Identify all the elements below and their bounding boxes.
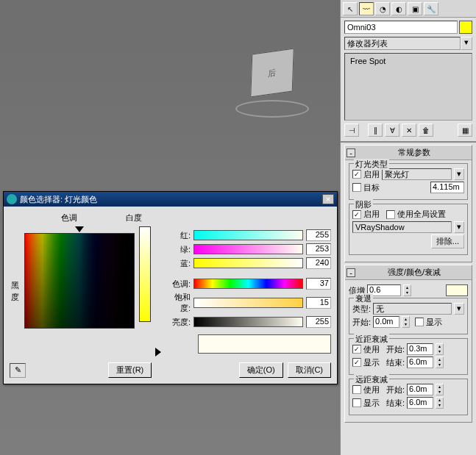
general-params-rollup: -常规参数 灯光类型 ✓启用 聚光灯▾ 目标4.115m 阴影 ✓启用使用全局设… [344, 145, 472, 262]
val-slider[interactable] [193, 317, 303, 327]
near-start-input[interactable]: 0.3m [407, 343, 433, 355]
enable-checkbox[interactable]: ✓ [352, 170, 361, 179]
hue-value[interactable]: 37 [306, 278, 331, 290]
command-panel: ↖ 〰 ◔ ◐ ▣ 🔧 修改器列表 ▾ Free Spot ⊣ ‖ ∀ ✕ 🗑 … [340, 0, 476, 455]
blue-label: 蓝: [166, 258, 191, 269]
decay-type-dropdown[interactable]: 无 [373, 303, 452, 315]
blue-value[interactable]: 240 [306, 257, 331, 269]
modifier-stack[interactable]: Free Spot [344, 53, 472, 121]
target-checkbox[interactable] [352, 183, 361, 192]
display-tab-icon[interactable]: ▣ [408, 2, 422, 15]
far-start-input[interactable]: 6.0m [407, 384, 433, 395]
far-atten-group: 远距衰减 [354, 374, 389, 385]
eyedropper-icon[interactable]: ✎ [10, 363, 26, 378]
motion-tab-icon[interactable]: ◐ [391, 2, 406, 15]
color-field[interactable] [24, 233, 135, 329]
white-marker-icon[interactable] [155, 348, 161, 357]
spinner-icon[interactable]: ▴▾ [436, 384, 444, 395]
chevron-down-icon[interactable]: ▾ [454, 221, 464, 233]
minus-icon: - [347, 148, 355, 157]
black-label: 黑度 [10, 226, 20, 357]
near-atten-group: 近距衰减 [354, 334, 389, 345]
spinner-icon[interactable]: ▴▾ [436, 397, 444, 409]
spinner-icon[interactable]: ▴▾ [402, 316, 410, 328]
configure-icon[interactable]: ▦ [458, 123, 472, 137]
chevron-down-icon[interactable]: ▾ [454, 168, 464, 180]
minus-icon: - [347, 268, 355, 277]
hue-slider[interactable] [193, 279, 303, 289]
shadow-enable-checkbox[interactable]: ✓ [352, 210, 361, 219]
modifier-list-dropdown[interactable]: 修改器列表 [344, 37, 461, 50]
viewcube-face: 后 [268, 67, 276, 79]
viewcube[interactable]: 后 [235, 44, 309, 118]
hierarchy-tab-icon[interactable]: ◔ [375, 2, 390, 15]
shadow-type-dropdown[interactable]: VRayShadow [352, 221, 452, 233]
far-use-checkbox[interactable] [352, 385, 361, 394]
far-show-checkbox[interactable] [352, 398, 361, 407]
blue-slider[interactable] [193, 258, 303, 268]
chevron-down-icon[interactable]: ▾ [461, 37, 472, 50]
color-picker-dialog: 颜色选择器: 灯光颜色 × 色调 白度 黑度 红:255 绿:253 蓝:240… [3, 191, 338, 384]
sat-value[interactable]: 15 [306, 297, 331, 309]
object-name-input[interactable] [344, 21, 458, 34]
modify-tab-icon[interactable]: 〰 [359, 2, 374, 15]
sat-slider[interactable] [193, 298, 303, 308]
near-use-checkbox[interactable]: ✓ [352, 345, 361, 354]
near-show-checkbox[interactable]: ✓ [352, 358, 361, 367]
trash-icon[interactable]: 🗑 [419, 123, 433, 137]
remove-mod-icon[interactable]: ✕ [402, 123, 416, 137]
near-end-input[interactable]: 6.0m [407, 357, 433, 368]
light-color-swatch[interactable] [446, 284, 468, 296]
global-checkbox[interactable] [386, 210, 395, 219]
light-type-dropdown[interactable]: 聚光灯 [382, 168, 452, 180]
pin-stack-icon[interactable]: ⊣ [344, 123, 359, 137]
green-slider[interactable] [193, 244, 303, 254]
chevron-down-icon[interactable]: ▾ [454, 303, 464, 315]
spinner-icon[interactable]: ▴▾ [436, 357, 444, 368]
val-label: 亮度: [166, 317, 191, 328]
red-value[interactable]: 255 [306, 229, 331, 241]
decay-show-checkbox[interactable] [415, 318, 424, 326]
color-swatch[interactable] [198, 334, 331, 354]
shadow-group: 阴影 [354, 199, 373, 210]
rollup-header[interactable]: -常规参数 [345, 146, 472, 160]
dialog-titlebar[interactable]: 颜色选择器: 灯光颜色 × [4, 192, 337, 207]
far-end-input[interactable]: 6.0m [407, 397, 433, 409]
green-label: 绿: [166, 244, 191, 255]
white-label: 白度 [126, 212, 142, 223]
ok-button[interactable]: 确定(O) [239, 362, 283, 378]
hue-label: 色调 [61, 212, 77, 223]
exclude-button[interactable]: 排除... [431, 234, 464, 248]
close-icon[interactable]: × [322, 194, 334, 204]
intensity-rollup: -强度/颜色/衰减 倍增0.6▴▾ 衰退 类型:无▾ 开始:0.0m▴▾显示 近… [344, 265, 472, 423]
app-icon [7, 194, 17, 204]
object-color-swatch[interactable] [459, 21, 472, 34]
decay-start-input[interactable]: 0.0m [373, 316, 399, 328]
green-value[interactable]: 253 [306, 243, 331, 255]
sat-label: 饱和度: [166, 292, 191, 314]
hue-marker-icon[interactable] [75, 226, 84, 232]
red-slider[interactable] [193, 230, 303, 240]
show-result-icon[interactable]: ‖ [368, 123, 383, 137]
create-tab-icon[interactable]: ↖ [343, 2, 358, 15]
cancel-button[interactable]: 取消(C) [288, 362, 331, 378]
utilities-tab-icon[interactable]: 🔧 [424, 2, 438, 15]
spinner-icon[interactable]: ▴▾ [403, 284, 411, 296]
dialog-title: 颜色选择器: 灯光颜色 [20, 194, 97, 205]
decay-group: 衰退 [354, 293, 373, 304]
val-value[interactable]: 255 [306, 316, 331, 328]
target-dist: 4.115m [430, 182, 464, 193]
spinner-icon[interactable]: ▴▾ [436, 343, 444, 355]
modifier-item[interactable]: Free Spot [349, 56, 467, 66]
whiteness-slider[interactable] [139, 226, 151, 322]
rollup-header[interactable]: -强度/颜色/衰减 [345, 265, 472, 280]
make-unique-icon[interactable]: ∀ [385, 123, 399, 137]
reset-button[interactable]: 重置(R) [108, 362, 152, 378]
hue-label2: 色调: [166, 279, 191, 290]
red-label: 红: [166, 230, 191, 241]
light-type-group: 灯光类型 [354, 159, 389, 170]
